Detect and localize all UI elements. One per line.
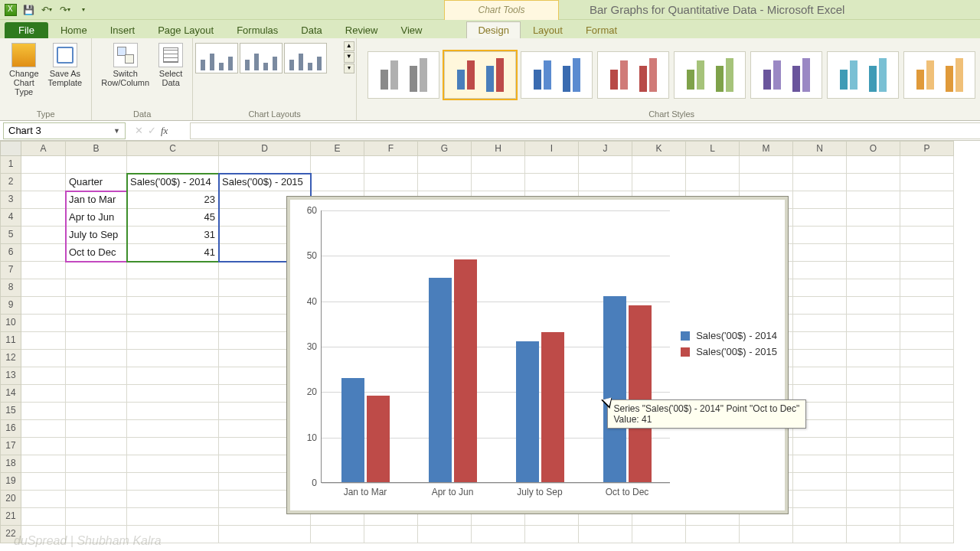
- cell[interactable]: [900, 191, 954, 209]
- cell[interactable]: [127, 508, 219, 526]
- chart-layout-thumb[interactable]: [284, 43, 327, 73]
- cell[interactable]: [793, 156, 847, 174]
- chart-style-thumb[interactable]: [750, 51, 822, 99]
- cell[interactable]: [579, 526, 632, 543]
- cell[interactable]: [66, 156, 127, 174]
- cell[interactable]: [127, 455, 219, 473]
- cell[interactable]: [847, 438, 900, 455]
- cell[interactable]: [847, 279, 900, 297]
- cell[interactable]: [847, 526, 900, 543]
- cell[interactable]: [900, 156, 954, 174]
- cell[interactable]: [127, 315, 219, 332]
- cell[interactable]: [847, 491, 900, 508]
- cell[interactable]: [900, 350, 954, 367]
- row-header[interactable]: 6: [0, 244, 21, 262]
- cell[interactable]: [21, 227, 66, 244]
- cell[interactable]: [219, 156, 311, 174]
- tab-format[interactable]: Format: [575, 22, 628, 38]
- chart-style-thumb[interactable]: [597, 51, 669, 99]
- chart-style-thumb[interactable]: [674, 51, 746, 99]
- col-header[interactable]: O: [847, 141, 900, 156]
- bar[interactable]: [454, 259, 477, 482]
- cell[interactable]: [472, 526, 525, 543]
- cell[interactable]: [311, 156, 364, 174]
- enter-icon[interactable]: ✓: [148, 125, 156, 136]
- row-header[interactable]: 2: [0, 174, 21, 191]
- cell[interactable]: [66, 420, 127, 438]
- cell[interactable]: [793, 438, 847, 455]
- cell[interactable]: [900, 420, 954, 438]
- cell[interactable]: [21, 473, 66, 491]
- cell[interactable]: Sales('00$) - 2014: [127, 174, 219, 191]
- row-header[interactable]: 12: [0, 350, 21, 367]
- col-header[interactable]: N: [793, 141, 847, 156]
- gallery-down-icon[interactable]: ▼: [344, 52, 354, 62]
- col-header[interactable]: L: [686, 141, 740, 156]
- cell[interactable]: [847, 367, 900, 385]
- cell[interactable]: [900, 508, 954, 526]
- cell[interactable]: [793, 297, 847, 315]
- tab-data[interactable]: Data: [290, 22, 332, 38]
- cell[interactable]: [847, 174, 900, 191]
- chart-legend[interactable]: Sales('00$) - 2014Sales('00$) - 2015: [681, 325, 777, 362]
- formula-bar[interactable]: [190, 122, 980, 139]
- col-header[interactable]: F: [364, 141, 418, 156]
- col-header[interactable]: P: [900, 141, 954, 156]
- cell[interactable]: [900, 279, 954, 297]
- tab-insert[interactable]: Insert: [100, 22, 146, 38]
- legend-item[interactable]: Sales('00$) - 2015: [681, 346, 777, 357]
- dropdown-icon[interactable]: ▼: [113, 127, 120, 135]
- cell[interactable]: [847, 332, 900, 350]
- row-header[interactable]: 21: [0, 508, 21, 526]
- cell[interactable]: [793, 491, 847, 508]
- cell[interactable]: [21, 508, 66, 526]
- cell[interactable]: Quarter: [66, 174, 127, 191]
- cell[interactable]: [21, 244, 66, 262]
- cell[interactable]: [127, 332, 219, 350]
- cell[interactable]: [847, 244, 900, 262]
- row-header[interactable]: 14: [0, 385, 21, 403]
- cell[interactable]: [21, 191, 66, 209]
- cell[interactable]: July to Sep: [66, 227, 127, 244]
- bar[interactable]: [429, 278, 452, 482]
- col-header[interactable]: E: [311, 141, 364, 156]
- cell[interactable]: [847, 420, 900, 438]
- cell[interactable]: [793, 209, 847, 227]
- cell[interactable]: [127, 156, 219, 174]
- cell[interactable]: [66, 279, 127, 297]
- cell[interactable]: Jan to Mar: [66, 191, 127, 209]
- qat-customize-icon[interactable]: ▾: [77, 3, 90, 17]
- cell[interactable]: [127, 297, 219, 315]
- row-header[interactable]: 19: [0, 473, 21, 491]
- cell[interactable]: [793, 262, 847, 279]
- cell[interactable]: [793, 315, 847, 332]
- row-header[interactable]: 17: [0, 438, 21, 455]
- tab-view[interactable]: View: [390, 22, 433, 38]
- cell[interactable]: 31: [127, 227, 219, 244]
- col-header[interactable]: D: [219, 141, 311, 156]
- qat-undo-icon[interactable]: ↶▾: [40, 3, 54, 17]
- change-chart-type-button[interactable]: Change Chart Type: [6, 41, 42, 98]
- cell[interactable]: [632, 174, 686, 191]
- tab-layout[interactable]: Layout: [522, 22, 573, 38]
- cell[interactable]: [127, 403, 219, 420]
- cell[interactable]: [21, 367, 66, 385]
- col-header[interactable]: G: [418, 141, 472, 156]
- cell[interactable]: [418, 156, 472, 174]
- row-header[interactable]: 20: [0, 491, 21, 508]
- cell[interactable]: [21, 262, 66, 279]
- cell[interactable]: [793, 227, 847, 244]
- cell[interactable]: [900, 403, 954, 420]
- row-header[interactable]: 13: [0, 367, 21, 385]
- cell[interactable]: [900, 315, 954, 332]
- row-header[interactable]: 9: [0, 297, 21, 315]
- cell[interactable]: [847, 262, 900, 279]
- select-data-button[interactable]: Select Data: [155, 41, 186, 89]
- cell[interactable]: [900, 491, 954, 508]
- tab-file[interactable]: File: [5, 22, 48, 38]
- chart-style-thumb[interactable]: [903, 51, 975, 99]
- save-as-template-button[interactable]: Save As Template: [45, 41, 86, 98]
- cell[interactable]: [686, 174, 740, 191]
- cell[interactable]: [793, 332, 847, 350]
- cell[interactable]: [847, 473, 900, 491]
